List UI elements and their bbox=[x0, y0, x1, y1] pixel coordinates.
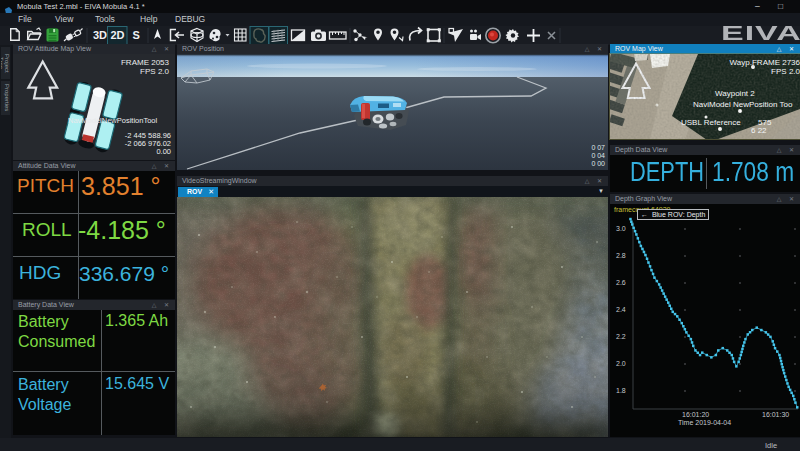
svg-text:3D: 3D bbox=[93, 29, 107, 41]
svg-text:2D: 2D bbox=[111, 29, 125, 41]
svg-text:S: S bbox=[133, 29, 140, 41]
